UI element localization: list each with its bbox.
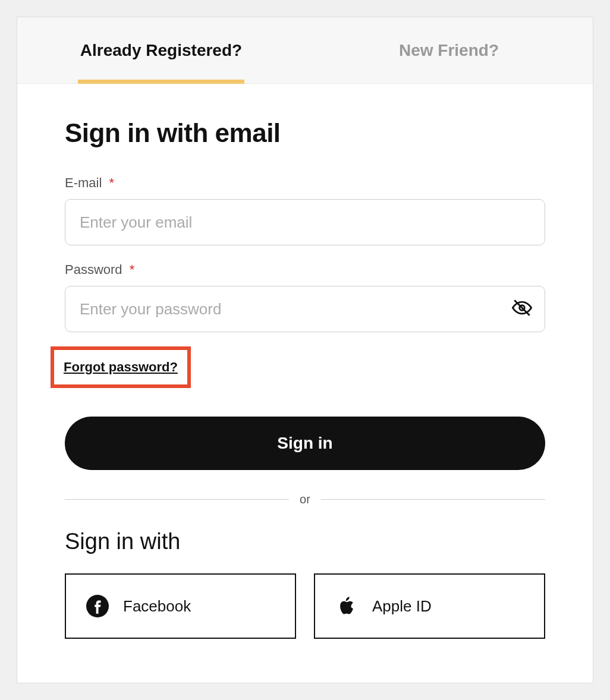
label-text: Password (65, 262, 122, 277)
eye-slash-icon (512, 298, 532, 320)
tab-label: Already Registered? (80, 41, 242, 60)
tab-label: New Friend? (399, 41, 499, 60)
social-heading: Sign in with (65, 529, 545, 554)
password-input-wrap (65, 286, 545, 332)
social-buttons-row: Facebook Apple ID (65, 573, 545, 639)
signin-card: Already Registered? New Friend? Sign in … (17, 17, 593, 683)
password-group: Password * (65, 262, 545, 332)
email-input-wrap (65, 199, 545, 245)
facebook-signin-button[interactable]: Facebook (65, 573, 296, 639)
social-label: Apple ID (372, 597, 432, 616)
apple-signin-button[interactable]: Apple ID (314, 573, 545, 639)
tab-already-registered[interactable]: Already Registered? (17, 17, 305, 83)
required-mark: * (130, 262, 135, 277)
toggle-password-visibility[interactable] (512, 299, 532, 319)
email-input[interactable] (65, 199, 545, 245)
required-mark: * (109, 175, 114, 190)
facebook-icon (86, 595, 109, 617)
forgot-password-link[interactable]: Forgot password? (64, 360, 178, 374)
content-area: Sign in with email E-mail * Password * (17, 84, 593, 663)
signin-button[interactable]: Sign in (65, 417, 545, 470)
email-group: E-mail * (65, 175, 545, 245)
password-label: Password * (65, 262, 545, 278)
tab-new-friend[interactable]: New Friend? (305, 17, 593, 83)
social-label: Facebook (123, 597, 191, 616)
divider-text: or (289, 493, 321, 506)
divider-line-right (321, 499, 545, 500)
divider-line-left (65, 499, 289, 500)
forgot-password-highlight: Forgot password? (51, 346, 191, 388)
divider: or (65, 493, 545, 506)
apple-icon (335, 595, 358, 617)
label-text: E-mail (65, 175, 102, 190)
password-input[interactable] (65, 286, 545, 332)
tab-bar: Already Registered? New Friend? (17, 17, 593, 84)
page-heading: Sign in with email (65, 118, 545, 148)
email-label: E-mail * (65, 175, 545, 191)
